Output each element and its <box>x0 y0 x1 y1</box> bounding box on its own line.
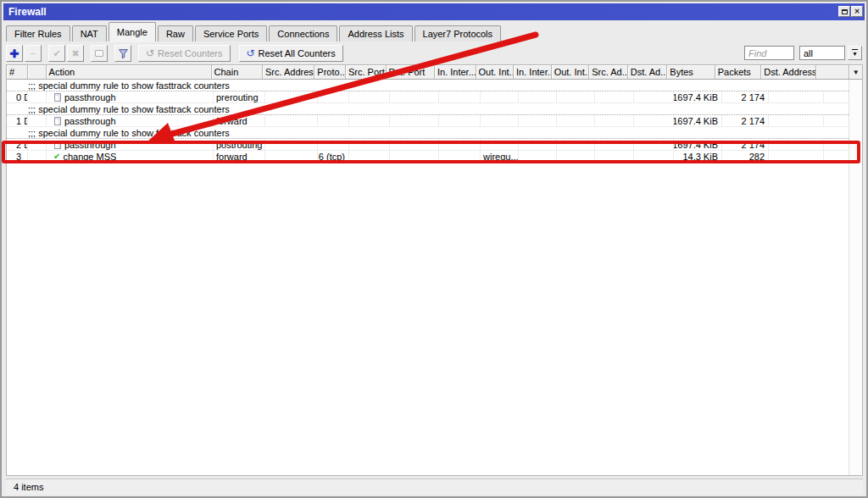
reset-icon: ↺ <box>146 47 154 59</box>
col-out-interface[interactable]: Out. Int... <box>476 65 515 79</box>
document-icon <box>54 141 61 149</box>
tab-nat[interactable]: NAT <box>72 25 107 42</box>
col-dst-port[interactable]: Dst. Port <box>387 65 435 79</box>
window-title: Firewall <box>8 6 47 18</box>
col-out-interface-list[interactable]: Out. Int... <box>552 65 590 79</box>
col-bytes[interactable]: Bytes <box>667 65 715 79</box>
col-src-address[interactable]: Src. Address <box>263 65 314 79</box>
action-label: passthrough <box>64 92 116 102</box>
comment-icon <box>95 50 103 57</box>
comment-button[interactable] <box>91 45 108 62</box>
toolbar: ✚ − ✔ ✖ ↺ Reset Counters ↺ Reset All Cou… <box>6 44 863 63</box>
title-bar[interactable]: Firewall ✕ <box>3 3 865 20</box>
scrollbar-gutter[interactable] <box>849 80 862 475</box>
chevron-down-icon: ▼ <box>853 69 860 76</box>
tab-service-ports[interactable]: Service Ports <box>195 25 267 42</box>
col-number[interactable]: # <box>7 65 28 79</box>
action-label: passthrough <box>64 140 116 150</box>
tab-layer7-protocols[interactable]: Layer7 Protocols <box>415 25 502 42</box>
funnel-icon <box>118 48 129 59</box>
checkmark-icon: ✔ <box>53 49 60 58</box>
tab-mangle[interactable]: Mangle <box>108 22 156 42</box>
col-dst-address-list[interactable]: Dst. Ad... <box>628 65 668 79</box>
table-row-1[interactable]: 1 D passthrough forward 1697.4 KiB 2 174 <box>7 115 862 127</box>
document-icon <box>54 93 61 102</box>
close-button[interactable]: ✕ <box>851 6 863 17</box>
find-input[interactable] <box>744 46 794 60</box>
comment-row[interactable]: ;;; special dummy rule to show fasttrack… <box>7 103 862 115</box>
enable-button[interactable]: ✔ <box>48 45 65 62</box>
filter-scope-dropdown-button[interactable]: ▼ <box>848 46 862 60</box>
reset-counters-button[interactable]: ↺ Reset Counters <box>138 45 231 62</box>
document-icon <box>54 117 61 125</box>
close-icon: ✕ <box>854 8 860 15</box>
col-flags[interactable] <box>28 65 47 79</box>
reset-all-icon: ↺ <box>247 47 255 59</box>
remove-button[interactable]: − <box>25 45 42 62</box>
enabled-check-icon: ✔ <box>53 152 60 161</box>
col-src-address-list[interactable]: Src. Ad... <box>589 65 628 79</box>
tab-connections[interactable]: Connections <box>269 25 337 42</box>
action-label: change MSS <box>63 152 116 162</box>
table-row-2[interactable]: 2 D passthrough postrouting 1697.4 KiB 2… <box>7 139 862 151</box>
tab-address-lists[interactable]: Address Lists <box>339 25 412 42</box>
comment-row[interactable]: ;;; special dummy rule to show fasttrack… <box>7 127 862 139</box>
status-bar: 4 items <box>5 479 863 495</box>
col-protocol[interactable]: Proto... <box>314 65 346 79</box>
col-in-interface-list[interactable]: In. Inter... <box>514 65 552 79</box>
minus-icon: − <box>31 49 36 58</box>
plus-icon: ✚ <box>10 48 19 59</box>
table-row-0[interactable]: 0 D passthrough prerouting 1697.4 KiB 2 … <box>7 91 862 103</box>
col-src-port[interactable]: Src. Port <box>346 65 387 79</box>
col-dst-address[interactable]: Dst. Address <box>761 65 815 79</box>
col-packets[interactable]: Packets <box>715 65 761 79</box>
maximize-button[interactable] <box>838 6 850 17</box>
reset-all-counters-button[interactable]: ↺ Reset All Counters <box>239 45 343 62</box>
action-label: passthrough <box>64 116 116 126</box>
column-config-button[interactable]: ▼ <box>849 65 862 79</box>
col-in-interface[interactable]: In. Inter... <box>435 65 476 79</box>
table-header: # Action Chain Src. Address Proto... Src… <box>7 65 862 80</box>
col-filler <box>816 65 849 79</box>
tab-filter-rules[interactable]: Filter Rules <box>6 25 70 42</box>
filter-button[interactable] <box>114 45 131 62</box>
tab-raw[interactable]: Raw <box>158 25 193 42</box>
col-action[interactable]: Action <box>47 65 212 79</box>
tab-bar: Filter Rules NAT Mangle Raw Service Port… <box>6 24 863 42</box>
comment-row[interactable]: ;;; special dummy rule to show fasttrack… <box>7 80 862 91</box>
disable-button[interactable]: ✖ <box>67 45 84 62</box>
filter-scope-select[interactable]: all <box>799 46 845 60</box>
rules-table: # Action Chain Src. Address Proto... Src… <box>6 64 863 476</box>
col-chain[interactable]: Chain <box>212 65 263 79</box>
chevron-down-icon: ▼ <box>852 49 858 57</box>
table-row-3-highlighted[interactable]: 3 ✔change MSS forward 6 (tcp) wiregu... … <box>7 151 862 163</box>
items-count: 4 items <box>14 482 43 492</box>
maximize-icon <box>842 9 848 14</box>
cross-icon: ✖ <box>71 49 79 58</box>
firewall-window: Firewall ✕ Filter Rules NAT Mangle Raw S… <box>0 0 868 498</box>
add-button[interactable]: ✚ <box>6 45 23 62</box>
